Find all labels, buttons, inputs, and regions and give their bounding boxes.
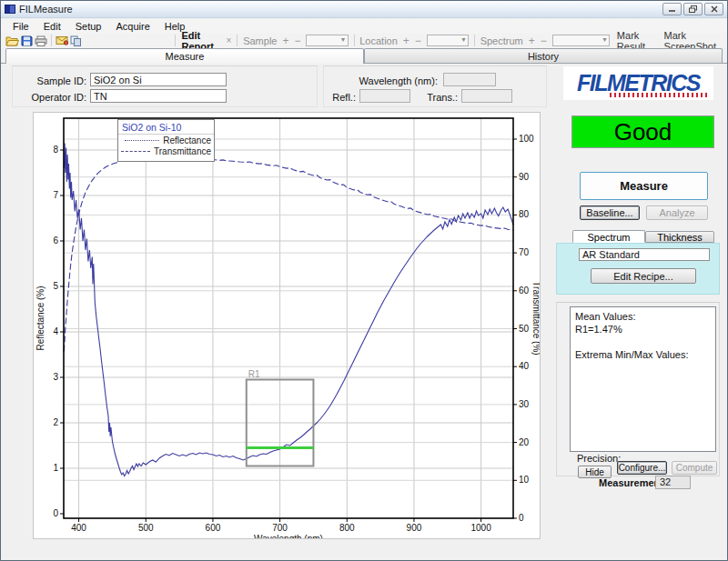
reflectance-line-sample (125, 140, 159, 141)
svg-text:Reflectance (%): Reflectance (%) (35, 286, 46, 350)
wavelength-readout (443, 73, 496, 86)
logo-hatch-decoration (610, 93, 710, 97)
svg-text:900: 900 (407, 523, 422, 533)
close-button[interactable] (704, 3, 723, 15)
svg-text:Wavelength (nm): Wavelength (nm) (254, 534, 323, 538)
svg-text:3: 3 (53, 372, 58, 382)
svg-text:100: 100 (519, 134, 534, 144)
svg-text:8: 8 (53, 145, 58, 155)
tab-spectrum[interactable]: Spectrum (572, 230, 645, 243)
svg-text:50: 50 (519, 324, 530, 334)
status-indicator: Good (571, 115, 714, 148)
spectrum-dropdown[interactable]: ▼ (552, 35, 610, 46)
chart-legend: SiO2 on Si-10 Reflectance Transmittance (117, 119, 215, 162)
transmittance-line-sample (121, 151, 150, 152)
tab-measure[interactable]: Measure (5, 48, 364, 64)
svg-text:20: 20 (519, 437, 530, 447)
refl-readout (359, 89, 410, 103)
svg-text:6: 6 (53, 235, 58, 245)
compute-button[interactable]: Compute (672, 461, 717, 475)
wavelength-label: Wavelength (nm): (347, 75, 438, 86)
svg-text:40: 40 (519, 361, 530, 371)
svg-text:800: 800 (339, 523, 355, 533)
sample-minus-button[interactable]: − (291, 35, 303, 47)
precision-label: Precision: (577, 453, 621, 464)
svg-text:400: 400 (71, 523, 86, 533)
operator-id-label: Operator ID: (19, 92, 86, 103)
svg-text:90: 90 (519, 172, 530, 182)
legend-title: SiO2 on Si-10 (118, 120, 214, 135)
app-icon (5, 5, 15, 14)
tab-thickness[interactable]: Thickness (645, 231, 714, 243)
spectrum-plus-button[interactable]: + (526, 35, 538, 47)
restore-button[interactable] (683, 3, 703, 15)
svg-text:10: 10 (519, 475, 530, 485)
spectrum-chart[interactable]: R140050060070080090010000123456780102030… (33, 112, 541, 539)
svg-text:600: 600 (206, 523, 221, 533)
location-label: Location (357, 35, 400, 46)
menu-setup[interactable]: Setup (69, 20, 108, 33)
window-title: FILMeasure (19, 4, 73, 15)
extrema-values-label: Extrema Min/Max Values: (575, 348, 711, 361)
spectrum-label: Spectrum (478, 35, 526, 46)
legend-entry-reflectance: Reflectance (163, 135, 211, 145)
svg-text:500: 500 (138, 523, 154, 533)
results-box: Mean Values: R1=1.47% Extrema Min/Max Va… (570, 306, 716, 452)
main-tabstrip: Measure History (1, 48, 727, 64)
title-bar: FILMeasure (1, 1, 727, 18)
toolbar: Edit Report × Sample + − ▼ Location + − … (1, 33, 727, 48)
svg-text:30: 30 (519, 399, 530, 409)
menu-acquire[interactable]: Acquire (109, 20, 156, 33)
analyze-button[interactable]: Analyze (646, 205, 708, 220)
recipe-name-input[interactable] (579, 248, 710, 261)
legend-entry-transmittance: Transmittance (154, 146, 211, 156)
refl-label: Refl.: (325, 92, 356, 103)
mail-icon[interactable] (56, 35, 68, 47)
mean-values-label: Mean Values: (575, 310, 711, 323)
sample-plus-button[interactable]: + (279, 35, 291, 47)
configure-button[interactable]: Configure... (617, 461, 667, 475)
svg-text:80: 80 (519, 209, 530, 219)
svg-text:R1: R1 (248, 369, 260, 379)
svg-text:70: 70 (519, 247, 530, 257)
sample-dropdown[interactable]: ▼ (306, 35, 348, 46)
sample-id-input[interactable] (90, 73, 227, 86)
measure-button[interactable]: Measure (580, 172, 708, 200)
open-icon[interactable] (5, 35, 19, 47)
edit-recipe-button[interactable]: Edit Recipe... (591, 268, 696, 284)
location-plus-button[interactable]: + (400, 35, 412, 47)
svg-text:0: 0 (53, 508, 58, 518)
chart-canvas: R140050060070080090010000123456780102030… (34, 113, 540, 538)
menu-file[interactable]: File (6, 20, 35, 33)
edit-report-close-icon[interactable]: × (224, 35, 235, 45)
svg-text:Transmittance (%): Transmittance (%) (531, 281, 540, 355)
svg-text:7: 7 (53, 190, 58, 200)
baseline-button[interactable]: Baseline... (580, 205, 640, 220)
location-dropdown[interactable]: ▼ (427, 35, 469, 46)
svg-text:1: 1 (53, 463, 58, 473)
svg-text:700: 700 (272, 523, 288, 533)
save-icon[interactable] (21, 35, 33, 47)
svg-text:2: 2 (53, 417, 58, 427)
operator-id-input[interactable] (90, 89, 227, 103)
filmetrics-logo: FILMETRICS (563, 66, 713, 100)
copy-icon[interactable] (70, 35, 82, 47)
sample-label: Sample (240, 35, 279, 46)
sample-id-label: Sample ID: (19, 75, 86, 86)
menu-edit[interactable]: Edit (37, 20, 67, 33)
print-icon[interactable] (35, 35, 47, 47)
svg-text:5: 5 (53, 281, 58, 291)
svg-text:4: 4 (53, 326, 58, 336)
tab-history[interactable]: History (364, 48, 723, 63)
measurement-number-value: 32 (655, 476, 691, 489)
hide-button[interactable]: Hide (578, 466, 612, 478)
svg-text:60: 60 (519, 286, 530, 296)
svg-text:0: 0 (519, 513, 524, 523)
trans-readout (461, 89, 512, 103)
svg-text:1000: 1000 (471, 523, 492, 533)
trans-label: Trans.: (418, 92, 458, 103)
spectrum-minus-button[interactable]: − (538, 35, 550, 47)
mean-value-r1: R1=1.47% (575, 323, 711, 336)
location-minus-button[interactable]: − (412, 35, 424, 47)
minimize-button[interactable] (662, 3, 682, 15)
